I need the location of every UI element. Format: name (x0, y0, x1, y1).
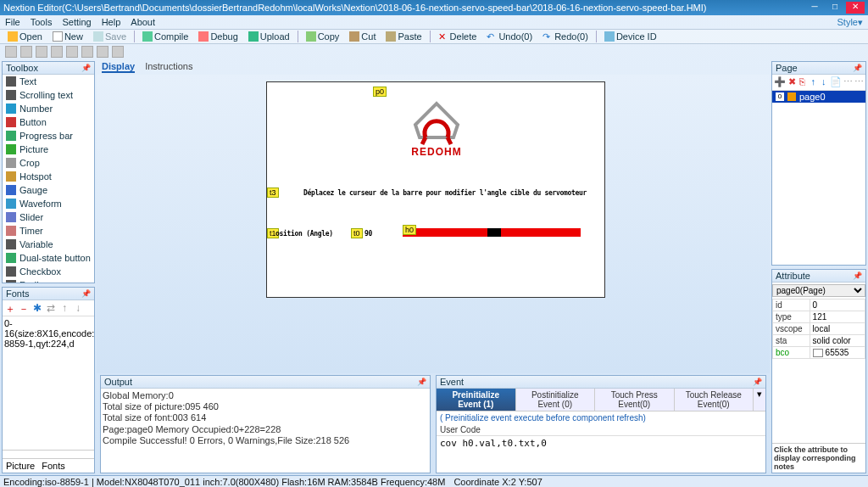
page-copy-button[interactable]: 📄 (830, 76, 842, 88)
attr-val[interactable]: local (810, 323, 865, 335)
paste-button[interactable]: Paste (381, 31, 426, 42)
tab-fonts[interactable]: Fonts (42, 461, 65, 471)
font-dn-button[interactable]: ↓ (72, 302, 84, 314)
toolbox-item[interactable]: Number (3, 102, 94, 115)
slider-thumb[interactable] (487, 228, 501, 237)
menu-setting[interactable]: Setting (62, 17, 91, 27)
menu-about[interactable]: About (131, 17, 155, 27)
tab-preinit[interactable]: Preinitialize Event (1) (437, 389, 516, 411)
tab-touch-release[interactable]: Touch Release Event(0) (675, 389, 754, 411)
align-left-icon[interactable] (5, 46, 17, 58)
maximize-button[interactable]: □ (826, 2, 844, 14)
text-t0[interactable]: 90 (364, 230, 372, 238)
redo-button[interactable]: ↷Redo(0) (538, 31, 593, 42)
debug-button[interactable]: Debug (194, 31, 242, 42)
attribute-select[interactable]: page0(Page) (772, 284, 865, 297)
attr-val[interactable]: 0 (810, 299, 865, 311)
attr-row[interactable]: id0 (773, 299, 865, 311)
page-dn-button[interactable]: ↓ (820, 76, 829, 88)
font-replace-button[interactable]: ⇄ (45, 302, 57, 314)
upload-button[interactable]: Upload (244, 31, 294, 42)
fonts-scrollbar[interactable] (3, 450, 94, 458)
attr-val[interactable]: 121 (810, 311, 865, 323)
label-h0[interactable]: h0 (403, 225, 416, 235)
compile-button[interactable]: Compile (138, 31, 192, 42)
toolbox-item[interactable]: Button (3, 115, 94, 129)
pin-icon[interactable]: 📌 (81, 289, 91, 298)
event-code[interactable]: cov h0.val,t0.txt,0 (437, 435, 765, 464)
attr-row[interactable]: vscopelocal (773, 323, 865, 335)
close-button[interactable]: ✕ (846, 2, 865, 14)
tab-picture[interactable]: Picture (6, 461, 35, 471)
toolbox-item[interactable]: Crop (3, 156, 94, 170)
font-up-button[interactable]: ↑ (58, 302, 70, 314)
toolbox-item[interactable]: Variable (3, 238, 94, 251)
toolbox-item[interactable]: Waveform (3, 197, 94, 210)
font-del-button[interactable]: － (18, 302, 30, 314)
tab-instructions[interactable]: Instructions (145, 61, 192, 73)
save-button[interactable]: Save (89, 31, 131, 42)
same-width-icon[interactable] (97, 46, 108, 58)
pin-icon[interactable]: 📌 (417, 378, 426, 386)
fonts-list[interactable]: 0-16(size:8X16,encode:iso-8859-1,qyt:224… (3, 316, 94, 450)
canvas-area[interactable]: p0 REDOHM t3 Déplacez le curseur de la b… (97, 75, 770, 373)
delete-button[interactable]: ✕Delete (434, 31, 481, 42)
tab-postinit[interactable]: Postinitialize Event (0) (516, 389, 596, 411)
cut-button[interactable]: Cut (345, 31, 380, 42)
page-ins-button[interactable]: ⎘ (798, 76, 808, 88)
toolbox-item[interactable]: Picture (3, 143, 94, 156)
tab-touch-press[interactable]: Touch Press Event(0) (595, 389, 675, 411)
page-add-button[interactable]: ➕ (774, 76, 786, 88)
toolbox-item[interactable]: Scrolling text (3, 88, 94, 102)
menu-tools[interactable]: Tools (31, 17, 53, 27)
same-height-icon[interactable] (112, 46, 124, 58)
tab-display[interactable]: Display (102, 61, 135, 73)
label-t3[interactable]: t3 (267, 188, 279, 198)
output-text[interactable]: Global Memory:0 Total size of picture:09… (101, 389, 430, 473)
toolbox-item[interactable]: Timer (3, 224, 94, 238)
open-button[interactable]: Open (3, 31, 47, 42)
menu-file[interactable]: File (5, 17, 20, 27)
toolbox-item[interactable]: Radio (3, 278, 94, 283)
text-t3[interactable]: Déplacez le curseur de la barre pour mod… (292, 189, 598, 197)
pin-icon[interactable]: 📌 (753, 378, 762, 386)
toolbox-item[interactable]: Gauge (3, 183, 94, 197)
page-misc2-button[interactable]: ⋯ (854, 76, 864, 88)
toolbox-item[interactable]: Progress bar (3, 129, 94, 143)
minimize-button[interactable]: ─ (805, 2, 824, 14)
menu-help[interactable]: Help (102, 17, 121, 27)
attr-val[interactable]: solid color (810, 335, 865, 347)
text-t1[interactable]: osition (Angle) (275, 230, 333, 238)
align-top-icon[interactable] (51, 46, 63, 58)
attr-row[interactable]: type121 (773, 311, 865, 323)
label-p0[interactable]: p0 (373, 87, 387, 97)
pin-icon[interactable]: 📌 (81, 64, 91, 72)
toolbox-item[interactable]: Text (3, 75, 94, 88)
toolbox-item[interactable]: Slider (3, 210, 94, 224)
event-scrollbar[interactable] (437, 464, 765, 473)
page-del-button[interactable]: ✖ (787, 76, 797, 88)
toolbox-item[interactable]: Hotspot (3, 170, 94, 183)
align-bottom-icon[interactable] (81, 46, 93, 58)
align-center-icon[interactable] (20, 46, 32, 58)
device-id-button[interactable]: Device ID (600, 31, 661, 42)
attr-val[interactable]: 65535 (810, 347, 865, 359)
align-right-icon[interactable] (36, 46, 47, 58)
align-middle-icon[interactable] (66, 46, 78, 58)
pin-icon[interactable]: 📌 (853, 64, 862, 72)
font-add-button[interactable]: ＋ (4, 302, 16, 314)
attr-row[interactable]: bco65535 (773, 347, 865, 359)
label-t0[interactable]: t0 (351, 228, 363, 238)
page-misc1-button[interactable]: ⋯ (843, 76, 853, 88)
new-button[interactable]: New (48, 31, 87, 42)
logo-picture[interactable]: REDOHM (394, 95, 479, 171)
toolbox-item[interactable]: Dual-state button (3, 251, 94, 265)
font-item[interactable]: 0-16(size:8X16,encode:iso-8859-1,qyt:224… (4, 318, 92, 349)
font-gen-button[interactable]: ✱ (31, 302, 43, 314)
attr-row[interactable]: stasolid color (773, 335, 865, 347)
event-dropdown-icon[interactable]: ▾ (754, 389, 765, 411)
slider-h0[interactable] (403, 228, 581, 237)
copy-button[interactable]: Copy (302, 31, 344, 42)
page-item[interactable]: 0 page0 (772, 91, 865, 103)
pin-icon[interactable]: 📌 (853, 271, 862, 280)
